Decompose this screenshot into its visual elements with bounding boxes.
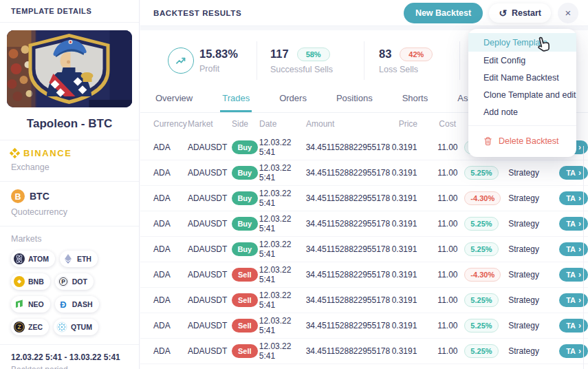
cell-amount: 34.4511528822955178 — [306, 295, 391, 305]
tab-trades[interactable]: Trades — [220, 85, 252, 112]
column-header-currency: Currency — [153, 119, 188, 129]
cell-side: Buy — [232, 191, 259, 205]
tab-shorts[interactable]: Shorts — [400, 85, 431, 112]
close-button[interactable]: × — [558, 3, 578, 23]
successful-sells-value: 117 — [270, 48, 289, 61]
table-row[interactable]: ADAADAUSDTSell12.03.22 5:4134.4511528822… — [140, 313, 588, 339]
scrollbar-track[interactable] — [583, 146, 584, 369]
tab-overview[interactable]: Overview — [153, 85, 195, 112]
close-icon: × — [565, 7, 571, 19]
market-pill-zec[interactable]: ZZEC — [11, 319, 49, 335]
svg-text:Đ: Đ — [60, 299, 66, 310]
cell-cost: 11.00 — [437, 346, 455, 356]
delete-backtest-label: Delete Backtest — [499, 136, 559, 146]
quotecurrency-section: B BTC Quotecurrency — [0, 182, 139, 226]
table-row[interactable]: ADAADAUSDTSell12.03.22 5:4134.4511528822… — [140, 339, 588, 364]
stat-successful-sells: 117 58% Successful Sells — [257, 41, 364, 80]
dates-section: 12.03.22 5:41 - 13.03.22 5:41 Backtest p… — [0, 345, 139, 369]
menu-item-delete-backtest[interactable]: Delete Backtest — [468, 131, 576, 151]
cell-currency: ADA — [153, 143, 188, 152]
profit-badge: -4.30% — [464, 191, 501, 205]
cell-profit: -4.30% — [464, 268, 504, 282]
table-row[interactable]: ADAADAUSDTSell12.03.22 5:4134.4511528822… — [140, 288, 588, 313]
cell-amount: 34.4511528822955178 — [306, 270, 391, 280]
side-badge: Sell — [232, 293, 258, 307]
restart-label: Restart — [512, 8, 541, 18]
cell-side: Sell — [232, 319, 259, 333]
table-row[interactable]: ADAADAUSDTBuy12.03.22 5:4134.45115288229… — [140, 211, 588, 237]
chevron-right-icon: › — [578, 321, 581, 330]
menu-item-deploy-template[interactable]: Deploy Template — [468, 33, 576, 52]
quotecurrency-label: Quotecurrency — [11, 207, 128, 217]
table-row[interactable]: ADAADAUSDTBuy12.03.22 5:4134.45115288229… — [140, 186, 588, 211]
cell-side: Sell — [232, 344, 259, 358]
tab-positions[interactable]: Positions — [334, 85, 375, 112]
cell-amount: 34.4511528822955178 — [306, 244, 391, 254]
restart-icon: ↺ — [499, 8, 507, 18]
qtum-coin-icon — [56, 321, 67, 333]
cell-currency: ADA — [153, 346, 188, 356]
cell-side: Buy — [232, 217, 259, 231]
cell-market: ADAUSDT — [188, 143, 232, 152]
ta-badge-label: TA — [566, 220, 576, 228]
actions-dropdown-menu: Deploy TemplateEdit ConfigEdit Name Back… — [468, 29, 576, 157]
menu-item-edit-config[interactable]: Edit Config — [468, 52, 576, 69]
backtest-period-label: Backtest period — [11, 365, 128, 369]
cell-market: ADAUSDT — [188, 193, 232, 203]
cell-profit: 5.25% — [464, 319, 504, 333]
market-pill-dot[interactable]: PDOT — [55, 273, 94, 290]
cell-cost: 11.00 — [437, 244, 455, 254]
ta-badge-label: TA — [566, 321, 576, 330]
svg-text:B: B — [14, 192, 21, 202]
market-pill-dash[interactable]: ĐDASH — [55, 296, 99, 313]
profit-label: Profit — [199, 64, 238, 74]
menu-item-edit-name-backtest[interactable]: Edit Name Backtest — [468, 69, 576, 86]
cell-price: 0.3191 — [391, 219, 417, 229]
tab-orders[interactable]: Orders — [277, 85, 309, 112]
stat-loss-sells: 83 42% Loss Sells — [364, 41, 460, 80]
cell-date: 12.03.22 5:41 — [259, 341, 306, 361]
dot-coin-icon: P — [58, 276, 69, 287]
column-header-side: Side — [232, 119, 259, 129]
table-row[interactable]: ADAADAUSDTSell12.03.22 5:4134.4511528822… — [140, 262, 588, 288]
table-row[interactable]: ADAADAUSDTBuy12.03.22 5:4134.45115288229… — [140, 160, 588, 186]
cell-price: 0.3191 — [391, 270, 417, 280]
cell-profit: 5.25% — [464, 242, 504, 256]
market-pill-qtum[interactable]: QTUM — [54, 319, 98, 335]
cell-profit: 5.25% — [464, 166, 504, 180]
table-row[interactable]: ADAADAUSDTBuy12.03.22 5:4134.45115288229… — [140, 237, 588, 262]
cell-date: 12.03.22 5:41 — [259, 214, 306, 233]
new-backtest-button[interactable]: New Backtest — [404, 3, 483, 23]
markets-label: Markets — [11, 234, 128, 244]
profit-value: 15.83% — [199, 48, 238, 61]
cell-price: 0.3191 — [391, 321, 417, 330]
menu-item-clone-template-and-edit[interactable]: Clone Template and edit — [468, 86, 576, 103]
cell-strategy: Strategy — [508, 193, 549, 203]
exchange-section: BINANCE Exchange — [0, 140, 139, 182]
cell-market: ADAUSDT — [188, 295, 232, 305]
cell-currency: ADA — [153, 244, 188, 254]
trades-table: ADAADAUSDTBuy12.03.22 5:4134.45115288229… — [140, 135, 588, 364]
cell-price: 0.3191 — [391, 143, 417, 152]
market-pill-label: QTUM — [71, 323, 92, 331]
restart-button[interactable]: ↺ Restart — [489, 3, 551, 23]
cell-cost: 11.00 — [437, 143, 455, 152]
cell-date: 12.03.22 5:41 — [259, 163, 306, 182]
menu-item-add-note[interactable]: Add note — [468, 103, 576, 120]
market-pill-neo[interactable]: NEO — [11, 296, 50, 313]
cell-date: 12.03.22 5:41 — [259, 138, 306, 157]
cell-cost: 11.00 — [437, 168, 455, 178]
cell-amount: 34.4511528822955178 — [306, 143, 391, 152]
cell-market: ADAUSDT — [188, 346, 232, 356]
trend-up-icon — [168, 48, 194, 74]
profit-badge: 5.25% — [464, 293, 498, 307]
cell-market: ADAUSDT — [188, 168, 232, 178]
cell-profit: 5.25% — [464, 293, 504, 307]
trash-icon — [483, 136, 492, 146]
market-pill-atom[interactable]: ATOM — [11, 251, 55, 267]
market-pill-bnb[interactable]: BNB — [11, 273, 50, 290]
market-pill-eth[interactable]: ETH — [60, 251, 98, 267]
cell-currency: ADA — [153, 168, 188, 178]
cell-market: ADAUSDT — [188, 270, 232, 280]
chevron-right-icon: › — [578, 194, 581, 202]
